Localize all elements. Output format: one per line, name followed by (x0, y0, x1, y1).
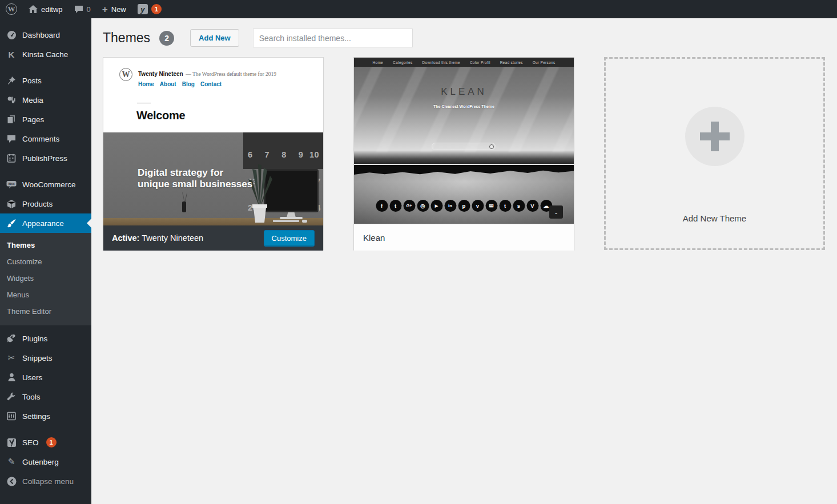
klean-name-bar: Klean (354, 224, 574, 251)
submenu-item-themes[interactable]: Themes (0, 237, 91, 253)
theme-card-klean[interactable]: Home Categories Download this theme Colo… (353, 57, 574, 250)
collapse-arrow-icon (6, 477, 17, 486)
wordpress-logo-menu[interactable]: W (0, 0, 23, 18)
admin-bar: W editwp 0 + New y 1 (0, 0, 837, 18)
active-label: Active: (112, 233, 139, 243)
woocommerce-icon: Woo (6, 180, 17, 189)
tumblr-icon: t (499, 200, 511, 212)
themes-page: Themes 2 Add New W Twenty Nineteen — The… (91, 18, 837, 504)
sidebar-item-dashboard[interactable]: Dashboard (0, 25, 91, 45)
page-title: Themes (103, 30, 150, 46)
twenty-nineteen-preview[interactable]: W Twenty Nineteen — The WordPress defaul… (103, 58, 323, 225)
comments-count: 0 (87, 5, 91, 14)
wordpress-site-logo-icon: W (119, 68, 132, 81)
google-plus-icon: G+ (403, 200, 415, 212)
sidebar-item-users[interactable]: Users (0, 368, 91, 387)
sidebar-item-tools[interactable]: Tools (0, 387, 91, 406)
add-new-button[interactable]: Add New (190, 29, 239, 47)
facebook-icon: f (376, 200, 388, 212)
sidebar-item-posts[interactable]: Posts (0, 71, 91, 90)
youtube-icon: ▶ (430, 200, 442, 212)
yoast-menu[interactable]: y 1 (132, 0, 167, 18)
sidebar-item-pages[interactable]: Pages (0, 110, 91, 129)
appearance-brush-icon (6, 219, 17, 228)
pinterest-icon: p (458, 200, 470, 212)
pencil-icon: ✎ (6, 457, 17, 467)
yoast-icon: y (138, 4, 148, 14)
plugin-icon (6, 334, 17, 343)
search-themes-input[interactable] (253, 29, 413, 47)
klean-preview[interactable]: Home Categories Download this theme Colo… (354, 58, 574, 224)
settings-sliders-icon (6, 412, 17, 421)
themes-grid: W Twenty Nineteen — The WordPress defaul… (103, 57, 826, 250)
sidebar-item-kinsta-cache[interactable]: K Kinsta Cache (0, 45, 91, 64)
stumbleupon-icon: s (513, 200, 525, 212)
preview-nav: Home About Blog Contact (138, 81, 276, 87)
sidebar-item-plugins[interactable]: Plugins (0, 329, 91, 348)
magnifier-icon (489, 144, 494, 149)
vimeo-icon: v (472, 200, 484, 212)
sidebar-item-gutenberg[interactable]: ✎ Gutenberg (0, 452, 91, 471)
divider (137, 103, 151, 103)
instagram-icon: ◎ (417, 200, 429, 212)
sidebar-item-publishpress[interactable]: PublishPress (0, 148, 91, 168)
preview-site-tagline: — The WordPress default theme for 2019 (186, 71, 276, 77)
comments-menu[interactable]: 0 (69, 0, 96, 18)
submenu-item-theme-editor[interactable]: Theme Editor (0, 303, 91, 320)
social-icons-row: f t G+ ◎ ▶ in p v ✉ t s V ☁ (376, 200, 552, 212)
twenty-nineteen-photo: 6 7 8 9 10 13 14 15 16 17 20 21 22 23 24… (103, 132, 323, 225)
sidebar-item-appearance[interactable]: Appearance (0, 213, 91, 233)
sidebar-item-settings[interactable]: Settings (0, 406, 91, 426)
sidebar-item-snippets[interactable]: ✂ Snippets (0, 348, 91, 368)
wordpress-logo-icon: W (6, 3, 17, 15)
sidebar-item-woocommerce[interactable]: Woo WooCommerce (0, 175, 91, 194)
submenu-item-customize[interactable]: Customize (0, 253, 91, 270)
wrench-icon (6, 392, 17, 401)
linkedin-icon: in (444, 200, 456, 212)
scroll-down-chevron-icon: ⌄ (549, 205, 563, 219)
klean-search-bar (432, 143, 496, 150)
sidebar-item-media[interactable]: Media (0, 90, 91, 110)
home-icon (29, 5, 38, 13)
add-new-theme-tile[interactable]: Add New Theme (604, 57, 825, 250)
klean-nav: Home Categories Download this theme Colo… (354, 58, 574, 67)
klean-subtitle: The Cleanest WordPress Theme (354, 104, 574, 108)
comments-icon (6, 135, 17, 143)
comment-bubble-icon (74, 5, 83, 14)
add-new-theme-label: Add New Theme (606, 213, 823, 223)
calendar-icon (6, 154, 17, 163)
theme-count-badge: 2 (159, 31, 174, 46)
theme-card-twenty-nineteen[interactable]: W Twenty Nineteen — The WordPress defaul… (103, 57, 324, 250)
sidebar-item-collapse-menu[interactable]: Collapse menu (0, 471, 91, 491)
svg-text:Woo: Woo (8, 182, 14, 186)
scissors-icon: ✂ (6, 353, 17, 363)
yoast-notification-badge: 1 (151, 4, 162, 14)
email-icon: ✉ (485, 200, 497, 212)
seo-notification-badge: 1 (46, 437, 57, 447)
submenu-item-widgets[interactable]: Widgets (0, 270, 91, 287)
photo-heading: Digital strategy for unique small busine… (138, 167, 252, 190)
page-header: Themes 2 Add New (103, 29, 826, 47)
kinsta-icon: K (6, 50, 17, 59)
vase (182, 201, 186, 212)
preview-welcome-heading: Welcome (136, 109, 185, 122)
product-box-icon (6, 199, 17, 209)
mouse (302, 220, 307, 223)
klean-title: KLEAN (354, 86, 574, 98)
plus-circle (685, 107, 745, 166)
active-theme-bar: Active: Twenty Nineteen Customize (103, 225, 323, 251)
site-name: editwp (41, 5, 63, 14)
submenu-item-menus[interactable]: Menus (0, 287, 91, 303)
new-menu[interactable]: + New (96, 0, 132, 18)
sidebar-item-seo[interactable]: SEO 1 (0, 433, 91, 452)
admin-sidebar: Dashboard K Kinsta Cache Posts Media Pag… (0, 18, 91, 504)
appearance-submenu: Themes Customize Widgets Menus Theme Edi… (0, 233, 91, 325)
pages-icon (6, 115, 17, 124)
sidebar-item-products[interactable]: Products (0, 194, 91, 213)
customize-button[interactable]: Customize (264, 230, 315, 247)
theme-name: Klean (363, 233, 385, 243)
preview-site-title: Twenty Nineteen (138, 71, 183, 77)
vine-icon: V (526, 200, 538, 212)
site-name-menu[interactable]: editwp (23, 0, 69, 18)
sidebar-item-comments[interactable]: Comments (0, 129, 91, 148)
